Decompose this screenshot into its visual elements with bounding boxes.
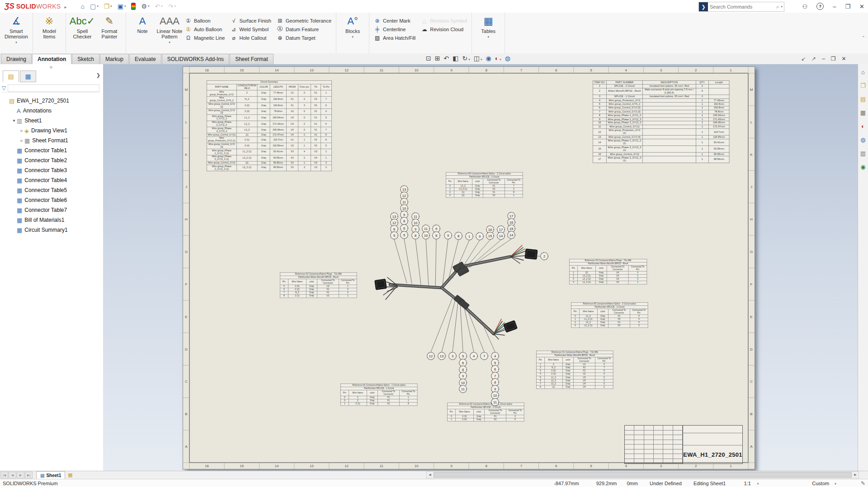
dropdown-caret-icon[interactable]: ▾: [110, 5, 112, 8]
balloon[interactable]: 6: [459, 359, 467, 366]
scroll-left-icon[interactable]: ◀: [427, 473, 433, 477]
tables-button[interactable]: ▦Tables▾: [475, 14, 501, 39]
rotate-view-button[interactable]: ↻▾: [462, 54, 470, 62]
balloon[interactable]: 16: [486, 226, 494, 233]
pop-right-button[interactable]: ↗: [811, 54, 816, 62]
balloon[interactable]: 9: [401, 211, 408, 218]
search-commands-box[interactable]: ❯ ⌕ ▾: [698, 2, 784, 12]
balloon[interactable]: 6: [391, 225, 398, 233]
help-icon[interactable]: ?: [816, 3, 824, 10]
balloon[interactable]: 11: [491, 398, 499, 406]
balloon[interactable]: 10: [459, 379, 467, 386]
linear-note-pattern-button[interactable]: AAALinear Note Pattern▾: [156, 14, 183, 44]
balloon[interactable]: 12: [391, 219, 398, 226]
balloon[interactable]: 2: [541, 253, 548, 260]
area-hatch-fill-button[interactable]: ▨Area Hatch/Fill: [372, 33, 417, 42]
tab-sketch[interactable]: Sketch: [72, 54, 99, 64]
redo-button[interactable]: ↷▾: [167, 2, 177, 10]
expand-arrow-icon[interactable]: ▹: [19, 138, 24, 143]
units-caret-icon[interactable]: ▴: [835, 482, 836, 485]
balloon[interactable]: 5: [459, 352, 467, 360]
balloon[interactable]: 14: [508, 231, 515, 239]
connector[interactable]: [504, 320, 518, 332]
dropdown-caret-icon[interactable]: ▾: [481, 58, 482, 61]
tree-item-connector-table2[interactable]: ▦Connector Table2: [0, 155, 103, 165]
units-label[interactable]: Custom: [812, 481, 829, 486]
revision-symbol-button[interactable]: △Revision Symbol: [419, 16, 469, 25]
balloon[interactable]: 11: [401, 198, 408, 206]
tp-props-button[interactable]: ▥: [860, 149, 866, 157]
tree-item-connector-table1[interactable]: ▦Connector Table1: [0, 145, 103, 155]
expand-arrow-icon[interactable]: ▾: [11, 118, 17, 123]
format-painter-button[interactable]: ✎Format Painter: [96, 14, 123, 39]
tree-item-connector-table3[interactable]: ▦Connector Table3: [0, 165, 103, 175]
scene-button[interactable]: ◍: [505, 54, 510, 62]
panel-splitter-handle[interactable]: [50, 66, 52, 69]
note-button[interactable]: ANote: [129, 14, 156, 34]
balloon[interactable]: 9: [476, 233, 483, 240]
balloon[interactable]: 8: [491, 379, 499, 386]
balloon[interactable]: 12: [401, 192, 408, 199]
tree-item-ewa-h1-2720-2501[interactable]: ▤EWA_H1_2720_2501: [0, 96, 103, 106]
balloon[interactable]: 7: [481, 352, 488, 360]
auto-balloon-button[interactable]: ①Auto Balloon: [183, 25, 227, 33]
tab-annotation[interactable]: Annotation: [32, 54, 71, 64]
graphics-viewport[interactable]: EWA_H1_2720_2501 16161515141413131212111…: [103, 64, 858, 471]
zoom-area-button[interactable]: ⊞: [435, 54, 440, 62]
tab-drawing[interactable]: Drawing: [1, 54, 32, 64]
model-items-button[interactable]: ※Model Items: [36, 14, 62, 39]
filter-icon[interactable]: ▽: [2, 85, 6, 91]
blocks-button[interactable]: A°Blocks▾: [340, 14, 366, 39]
dropdown-caret-icon[interactable]: ▾: [148, 5, 150, 8]
balloon-button[interactable]: ①Balloon: [183, 16, 227, 25]
balloon[interactable]: 6: [491, 365, 499, 373]
dropdown-caret-icon[interactable]: ▾: [161, 5, 163, 8]
dropdown-caret-icon[interactable]: ▾: [124, 5, 126, 8]
weld-symbol-button[interactable]: ⊿Weld Symbol: [229, 25, 273, 33]
balloon[interactable]: 8: [412, 232, 419, 239]
balloon[interactable]: 17: [497, 226, 505, 233]
tree-item-connector-table4[interactable]: ▦Connector Table4: [0, 175, 103, 185]
magnetic-line-button[interactable]: ΩMagnetic Line: [183, 33, 227, 42]
tree-item-connector-table6[interactable]: ▦Connector Table6: [0, 195, 103, 205]
sheet-scale[interactable]: 1:1: [744, 481, 750, 486]
tab-markup[interactable]: Markup: [100, 54, 129, 64]
horizontal-scrollbar[interactable]: ◀ ▶: [426, 471, 859, 478]
dropdown-caret-icon[interactable]: ▾: [169, 41, 170, 44]
balloon[interactable]: 9: [491, 385, 499, 393]
balloon[interactable]: 15: [486, 232, 494, 239]
geometric-tolerance-button[interactable]: ⊞Geometric Tolerance: [275, 16, 333, 25]
search-icon[interactable]: ⌕: [776, 4, 779, 10]
tree-filter-input[interactable]: [8, 84, 99, 92]
doc-minimize-button[interactable]: –: [822, 54, 825, 62]
connector[interactable]: [525, 249, 538, 260]
dropdown-caret-icon[interactable]: ▾: [487, 35, 489, 39]
expand-arrow-icon[interactable]: ▹: [19, 128, 24, 133]
tree-item-bill-of-materials1[interactable]: ▦Bill of Materials1: [0, 215, 103, 225]
dropdown-caret-icon[interactable]: ▾: [175, 5, 176, 8]
balloon[interactable]: 5: [401, 231, 408, 239]
add-sheet-button[interactable]: ▦: [68, 472, 72, 478]
balloon[interactable]: 9: [412, 225, 419, 233]
open-file-button[interactable]: ❐▾: [103, 2, 113, 10]
tree-item-connector-table7[interactable]: ▦Connector Table7: [0, 205, 103, 215]
balloon[interactable]: 16: [508, 219, 515, 226]
tab-solidworks-add-ins[interactable]: SOLIDWORKS Add-Ins: [162, 54, 229, 64]
balloon[interactable]: 13: [391, 213, 398, 220]
tab-evaluate[interactable]: Evaluate: [129, 54, 161, 64]
rebuild-button[interactable]: [130, 2, 137, 11]
balloon[interactable]: 9: [433, 225, 440, 232]
balloon[interactable]: 13: [438, 352, 445, 360]
previous-view-button[interactable]: ↶: [443, 54, 449, 62]
logo-expand-icon[interactable]: ▸: [64, 5, 66, 9]
balloon[interactable]: 15: [508, 225, 515, 232]
tp-scene-button[interactable]: ◍: [860, 136, 865, 144]
tree-item-sheet1[interactable]: ▾▥Sheet1: [0, 116, 103, 126]
revision-cloud-button[interactable]: ☁Revision Cloud: [419, 25, 469, 33]
tab-feature-manager[interactable]: ▤: [3, 70, 19, 82]
balloon[interactable]: 4: [491, 352, 499, 360]
balloon[interactable]: 17: [508, 212, 515, 220]
sheet-nav-button[interactable]: ▶|: [25, 472, 33, 478]
balloon[interactable]: 10: [401, 205, 408, 212]
scale-caret-icon[interactable]: ▴: [757, 482, 759, 485]
